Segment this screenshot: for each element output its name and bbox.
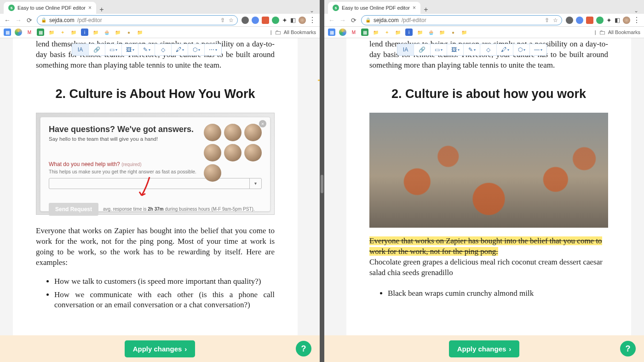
browser-menu-icon[interactable]: ⋮	[633, 16, 640, 24]
extension-icon[interactable]	[262, 17, 269, 24]
bookmark-folder-icon[interactable]: 📁	[372, 29, 380, 36]
highlight-tool-button[interactable]: 🖍▾	[497, 44, 513, 55]
bookmark-icon[interactable]: ▦	[37, 29, 44, 36]
forward-button[interactable]: →	[339, 17, 346, 24]
pdf-page[interactable]: lend themselves to being in person are s…	[13, 38, 298, 335]
browser-tab[interactable]: s Easy to use Online PDF editor ×	[328, 2, 420, 14]
bookmark-icon[interactable]: 🧁	[103, 29, 110, 36]
edited-paragraph[interactable]: Everyone that works on Zapier has bought…	[369, 236, 608, 278]
back-button[interactable]: ←	[328, 17, 335, 24]
share-icon[interactable]: ⇧	[220, 17, 225, 23]
pdf-page[interactable]: lend themselves to being in person are s…	[346, 38, 631, 335]
bookmark-folder-icon[interactable]: 📁	[114, 29, 121, 36]
link-tool-button[interactable]: 🔗	[414, 44, 431, 55]
bookmark-star-icon[interactable]: ☆	[229, 17, 234, 23]
section-heading[interactable]: 2. Culture is about how you work	[369, 87, 608, 101]
bookmark-folder-icon[interactable]: 📁	[136, 29, 144, 36]
divider-handle[interactable]	[321, 175, 323, 193]
link-tool-button[interactable]: 🔗	[89, 44, 105, 55]
bookmark-icon[interactable]: ●	[449, 29, 457, 36]
bullet-list[interactable]: Black bean wraps cumin crunchy almond mi…	[369, 288, 608, 299]
bookmark-folder-icon[interactable]: 📁	[416, 29, 424, 36]
replacement-text[interactable]: Chocolate green grapes a delicious meal …	[369, 258, 603, 277]
list-item[interactable]: How we communicate with each other (is t…	[54, 290, 275, 311]
sign-tool-button[interactable]: ✎▾	[138, 44, 155, 55]
extension-icon[interactable]	[566, 17, 573, 24]
extension-icon[interactable]	[576, 17, 583, 24]
bookmark-icon[interactable]: i	[405, 29, 413, 36]
text-tool-button[interactable]: IA	[72, 44, 89, 55]
image-tool-button[interactable]: 🖼▾	[122, 44, 138, 55]
annotate-tool-button[interactable]: —▾	[530, 44, 546, 55]
sidepanel-icon[interactable]: ◧	[615, 17, 620, 23]
bookmark-folder-icon[interactable]: 📁	[48, 29, 55, 36]
bookmark-icon[interactable]: 🧁	[427, 29, 435, 36]
bookmark-folder-icon[interactable]: 📁	[394, 29, 402, 36]
apply-changes-button[interactable]: Apply changes›	[125, 340, 196, 357]
url-box[interactable]: 🔒 sejda.com/pdf-editor ⇧ ☆	[37, 15, 238, 25]
bookmark-folder-icon[interactable]: 📁	[438, 29, 446, 36]
close-tab-icon[interactable]: ×	[413, 5, 416, 11]
bookmark-icon[interactable]: i	[81, 29, 88, 36]
bookmark-icon[interactable]	[15, 29, 22, 36]
tab-dropdown-icon[interactable]: ⌄	[634, 7, 638, 14]
embedded-image[interactable]	[369, 113, 608, 228]
list-item[interactable]: How we talk to customers (is speed more …	[54, 276, 275, 287]
reload-button[interactable]: ⟳	[26, 17, 33, 24]
extension-icon[interactable]	[242, 17, 249, 24]
whiteout-tool-button[interactable]: ◇	[155, 44, 172, 55]
shapes-tool-button[interactable]: ⬡▾	[513, 44, 530, 55]
bookmark-icon[interactable]: ▦	[328, 29, 335, 36]
bookmark-star-icon[interactable]: ☆	[553, 17, 558, 23]
bookmark-icon[interactable]	[339, 29, 346, 36]
all-bookmarks-link[interactable]: All Bookmarks	[608, 29, 640, 35]
struck-highlighted-text[interactable]: Everyone that works on Zapier has bought…	[369, 236, 602, 256]
bookmark-folder-icon[interactable]: 📁	[70, 29, 77, 36]
extension-icon[interactable]	[252, 17, 259, 24]
text-tool-button[interactable]: IA	[397, 44, 414, 55]
form-tool-button[interactable]: ▭▾	[105, 44, 122, 55]
extension-icon[interactable]	[586, 17, 593, 24]
browser-tab[interactable]: s Easy to use Online PDF editor ×	[4, 2, 96, 14]
form-tool-button[interactable]: ▭▾	[431, 44, 447, 55]
profile-avatar[interactable]	[623, 17, 630, 24]
reload-button[interactable]: ⟳	[350, 17, 357, 24]
bookmark-icon[interactable]: ●	[125, 29, 132, 36]
bookmark-icon[interactable]: M	[26, 29, 33, 36]
split-divider[interactable]	[320, 0, 324, 362]
share-icon[interactable]: ⇧	[545, 17, 549, 23]
body-paragraph[interactable]: Everyone that works on Zapier has bought…	[36, 226, 275, 268]
highlight-tool-button[interactable]: 🖍▾	[172, 44, 188, 55]
profile-avatar[interactable]	[299, 17, 306, 24]
bookmark-folder-icon[interactable]: 📁	[92, 29, 99, 36]
embedded-image[interactable]: × Have questions? We've got answers. Say…	[36, 113, 275, 215]
send-request-button[interactable]: Send Request	[49, 203, 98, 216]
close-tab-icon[interactable]: ×	[88, 5, 92, 11]
image-tool-button[interactable]: 🖼▾	[447, 44, 464, 55]
new-tab-button[interactable]: +	[96, 6, 107, 14]
whiteout-tool-button[interactable]: ◇	[480, 44, 497, 55]
all-bookmarks-link[interactable]: All Bookmarks	[284, 29, 316, 35]
bookmark-icon[interactable]: ✦	[383, 29, 391, 36]
bookmark-icon[interactable]: ✦	[59, 29, 66, 36]
shapes-tool-button[interactable]: ⬡▾	[188, 44, 205, 55]
list-item[interactable]: Black bean wraps cumin crunchy almond mi…	[388, 288, 608, 299]
extension-icon[interactable]	[272, 17, 279, 24]
tab-dropdown-icon[interactable]: ⌄	[310, 7, 314, 14]
extension-icon[interactable]	[596, 17, 604, 24]
more-tools-button[interactable]: ⋯▾	[205, 44, 221, 55]
sign-tool-button[interactable]: ✎▾	[464, 44, 480, 55]
sidepanel-icon[interactable]: ◧	[290, 17, 296, 23]
url-box[interactable]: 🔒 sejda.com/pdf-editor ⇧ ☆	[361, 15, 562, 25]
extensions-menu-icon[interactable]: ✦	[282, 17, 288, 24]
forward-button[interactable]: →	[15, 17, 22, 24]
apply-changes-button[interactable]: Apply changes›	[449, 340, 520, 357]
section-heading[interactable]: 2. Culture is About How You Work	[36, 87, 275, 101]
bookmark-folder-icon[interactable]: 📁	[460, 29, 468, 36]
bullet-list[interactable]: How we talk to customers (is speed more …	[36, 276, 275, 311]
help-fab-button[interactable]: ?	[620, 341, 636, 356]
back-button[interactable]: ←	[4, 17, 11, 24]
bookmark-icon[interactable]: ▦	[4, 29, 11, 36]
bookmark-icon[interactable]: ▦	[361, 29, 368, 36]
browser-menu-icon[interactable]: ⋮	[309, 16, 316, 24]
